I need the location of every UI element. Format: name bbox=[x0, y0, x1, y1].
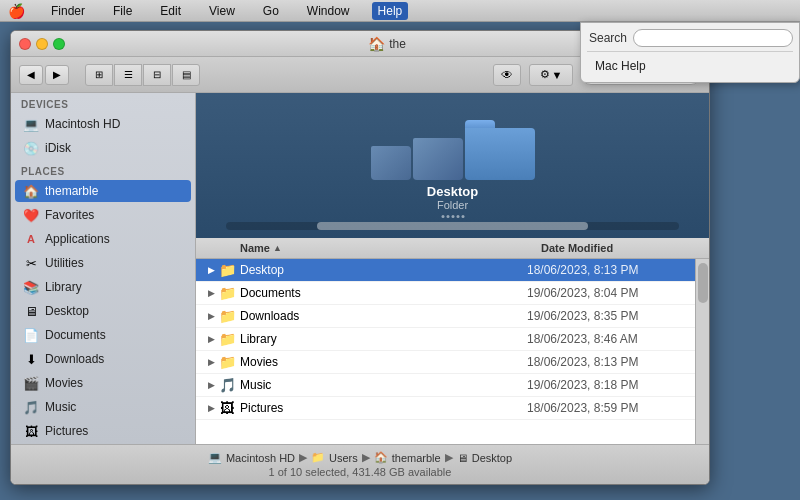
breadcrumb-users-label[interactable]: Users bbox=[329, 452, 358, 464]
help-search-input[interactable] bbox=[633, 29, 793, 47]
filename-downloads: Downloads bbox=[240, 309, 527, 323]
preview-scrollbar-thumb bbox=[317, 222, 589, 230]
menu-finder[interactable]: Finder bbox=[45, 2, 91, 20]
file-row-desktop[interactable]: ▶ 📁 Desktop 18/06/2023, 8:13 PM bbox=[196, 259, 695, 282]
breadcrumb-themarble-label[interactable]: themarble bbox=[392, 452, 441, 464]
expand-movies[interactable]: ▶ bbox=[204, 355, 218, 369]
vertical-scrollbar[interactable] bbox=[695, 259, 709, 444]
documents-icon: 📄 bbox=[23, 327, 39, 343]
file-row-music[interactable]: ▶ 🎵 Music 19/06/2023, 8:18 PM bbox=[196, 374, 695, 397]
view-cover-button[interactable]: ▤ bbox=[172, 64, 200, 86]
file-list-container: Name ▲ Date Modified ▶ 📁 Desktop 18/06/2… bbox=[196, 238, 709, 444]
expand-desktop[interactable]: ▶ bbox=[204, 263, 218, 277]
sep2: ▶ bbox=[362, 451, 370, 464]
folder-icon-bg1 bbox=[413, 138, 463, 180]
filedate-downloads: 19/06/2023, 8:35 PM bbox=[527, 309, 687, 323]
sidebar-item-music[interactable]: 🎵 Music bbox=[15, 396, 191, 418]
expand-library[interactable]: ▶ bbox=[204, 332, 218, 346]
preview-folder-name: Desktop bbox=[427, 184, 478, 199]
sidebar-item-idisk[interactable]: 💿 iDisk bbox=[15, 137, 191, 159]
downloads-label: Downloads bbox=[45, 352, 104, 366]
menu-file[interactable]: File bbox=[107, 2, 138, 20]
themarble-label: themarble bbox=[45, 184, 98, 198]
menu-view[interactable]: View bbox=[203, 2, 241, 20]
view-list-button[interactable]: ☰ bbox=[114, 64, 142, 86]
resize-handle[interactable] bbox=[441, 215, 464, 218]
documents-label: Documents bbox=[45, 328, 106, 342]
breadcrumb: 💻 Macintosh HD ▶ 📁 Users ▶ 🏠 themarble ▶… bbox=[208, 451, 512, 464]
maximize-button[interactable] bbox=[53, 38, 65, 50]
sidebar-item-downloads[interactable]: ⬇ Downloads bbox=[15, 348, 191, 370]
file-row-documents[interactable]: ▶ 📁 Documents 19/06/2023, 8:04 PM bbox=[196, 282, 695, 305]
folder-icon-bg2 bbox=[371, 146, 411, 180]
main-content: DEVICES 💻 Macintosh HD 💿 iDisk PLACES 🏠 … bbox=[11, 93, 709, 444]
filedate-documents: 19/06/2023, 8:04 PM bbox=[527, 286, 687, 300]
eye-button[interactable]: 👁 bbox=[493, 64, 521, 86]
help-dropdown: Search Mac Help bbox=[580, 22, 800, 83]
menu-go[interactable]: Go bbox=[257, 2, 285, 20]
back-button[interactable]: ◀ bbox=[19, 65, 43, 85]
close-button[interactable] bbox=[19, 38, 31, 50]
gear-button[interactable]: ⚙ ▼ bbox=[529, 64, 573, 86]
menu-help[interactable]: Help bbox=[372, 2, 409, 20]
filedate-movies: 18/06/2023, 8:13 PM bbox=[527, 355, 687, 369]
sidebar-item-applications[interactable]: A Applications bbox=[15, 228, 191, 250]
downloads-icon: ⬇ bbox=[23, 351, 39, 367]
expand-music[interactable]: ▶ bbox=[204, 378, 218, 392]
desktop-icon: 🖥 bbox=[23, 303, 39, 319]
macintosh-hd-label: Macintosh HD bbox=[45, 117, 120, 131]
view-icon-button[interactable]: ⊞ bbox=[85, 64, 113, 86]
icon-music: 🎵 bbox=[218, 376, 236, 394]
breadcrumb-macintosh: 💻 bbox=[208, 451, 222, 464]
sidebar-item-desktop[interactable]: 🖥 Desktop bbox=[15, 300, 191, 322]
sidebar-item-documents[interactable]: 📄 Documents bbox=[15, 324, 191, 346]
utilities-label: Utilities bbox=[45, 256, 84, 270]
sep3: ▶ bbox=[445, 451, 453, 464]
icon-library: 📁 bbox=[218, 330, 236, 348]
menu-window[interactable]: Window bbox=[301, 2, 356, 20]
sidebar-item-themarble[interactable]: 🏠 themarble bbox=[15, 180, 191, 202]
preview-folder-type: Folder bbox=[437, 199, 468, 211]
breadcrumb-macintosh-label[interactable]: Macintosh HD bbox=[226, 452, 295, 464]
icon-movies: 📁 bbox=[218, 353, 236, 371]
breadcrumb-desktop-icon: 🖥 bbox=[457, 452, 468, 464]
menu-edit[interactable]: Edit bbox=[154, 2, 187, 20]
forward-button[interactable]: ▶ bbox=[45, 65, 69, 85]
idisk-icon: 💿 bbox=[23, 140, 39, 156]
expand-pictures[interactable]: ▶ bbox=[204, 401, 218, 415]
file-row-library[interactable]: ▶ 📁 Library 18/06/2023, 8:46 AM bbox=[196, 328, 695, 351]
macintosh-hd-icon: 💻 bbox=[23, 116, 39, 132]
mac-help-item[interactable]: Mac Help bbox=[587, 56, 793, 76]
sidebar-item-library[interactable]: 📚 Library bbox=[15, 276, 191, 298]
finder-window: 🏠 the ◀ ▶ ⊞ ☰ ⊟ ▤ 👁 ⚙ ▼ 🔍 DEVICES bbox=[10, 30, 710, 485]
minimize-button[interactable] bbox=[36, 38, 48, 50]
file-row-movies[interactable]: ▶ 📁 Movies 18/06/2023, 8:13 PM bbox=[196, 351, 695, 374]
filename-library: Library bbox=[240, 332, 527, 346]
file-row-pictures[interactable]: ▶ 🖼 Pictures 18/06/2023, 8:59 PM bbox=[196, 397, 695, 420]
sidebar-item-pictures[interactable]: 🖼 Pictures bbox=[15, 420, 191, 442]
preview-scrollbar[interactable] bbox=[226, 222, 679, 230]
expand-downloads[interactable]: ▶ bbox=[204, 309, 218, 323]
utilities-icon: ✂ bbox=[23, 255, 39, 271]
sidebar-item-movies[interactable]: 🎬 Movies bbox=[15, 372, 191, 394]
folder-preview bbox=[371, 120, 535, 180]
breadcrumb-themarble-icon: 🏠 bbox=[374, 451, 388, 464]
col-name-header[interactable]: Name ▲ bbox=[240, 242, 541, 254]
view-column-button[interactable]: ⊟ bbox=[143, 64, 171, 86]
sidebar-item-utilities[interactable]: ✂ Utilities bbox=[15, 252, 191, 274]
file-list-header: Name ▲ Date Modified bbox=[196, 238, 709, 259]
file-row-downloads[interactable]: ▶ 📁 Downloads 19/06/2023, 8:35 PM bbox=[196, 305, 695, 328]
breadcrumb-desktop-label[interactable]: Desktop bbox=[472, 452, 512, 464]
preview-area: Desktop Folder bbox=[196, 93, 709, 238]
expand-documents[interactable]: ▶ bbox=[204, 286, 218, 300]
library-label: Library bbox=[45, 280, 82, 294]
apple-menu[interactable]: 🍎 bbox=[8, 3, 25, 19]
sidebar-item-macintosh-hd[interactable]: 💻 Macintosh HD bbox=[15, 113, 191, 135]
help-search-label: Search bbox=[587, 31, 627, 45]
right-panel: Desktop Folder bbox=[196, 93, 709, 444]
filename-music: Music bbox=[240, 378, 527, 392]
col-date-header[interactable]: Date Modified bbox=[541, 242, 701, 254]
filename-desktop: Desktop bbox=[240, 263, 527, 277]
sidebar-item-favorites[interactable]: ❤️ Favorites bbox=[15, 204, 191, 226]
applications-icon: A bbox=[23, 231, 39, 247]
